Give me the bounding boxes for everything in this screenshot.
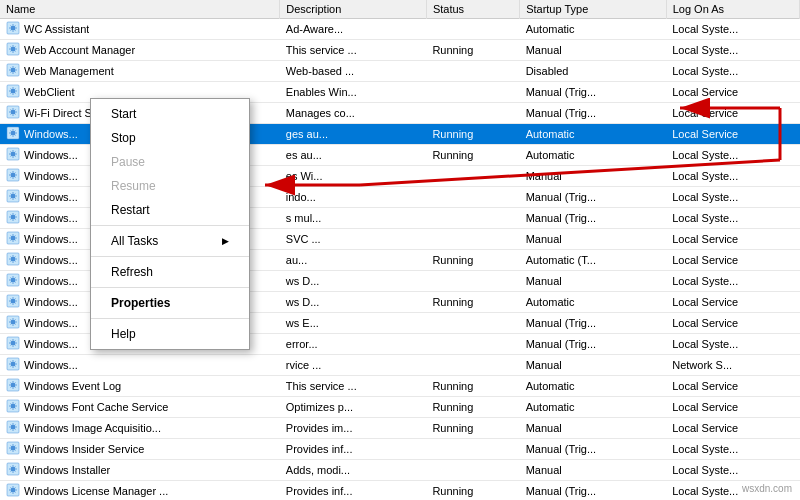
svg-point-29: [11, 320, 16, 325]
service-name: WC Assistant: [24, 23, 89, 35]
service-icon: [6, 483, 20, 499]
table-row[interactable]: Windows Font Cache ServiceOptimizes p...…: [0, 397, 800, 418]
service-icon: [6, 42, 20, 58]
service-name: Windows Installer: [24, 464, 110, 476]
svg-point-37: [11, 404, 16, 409]
table-row[interactable]: Windows Image Acquisitio...Provides im..…: [0, 418, 800, 439]
table-row[interactable]: Windows...rvice ...ManualNetwork S...: [0, 355, 800, 376]
service-name: Windows...: [24, 317, 78, 329]
service-icon: [6, 399, 20, 415]
col-header-status: Status: [426, 0, 519, 19]
service-name: Windows...: [24, 149, 78, 161]
svg-point-45: [11, 488, 16, 493]
table-row[interactable]: Web Account ManagerThis service ...Runni…: [0, 40, 800, 61]
service-name: Windows Event Log: [24, 380, 121, 392]
service-icon: [6, 231, 20, 247]
service-icon: [6, 84, 20, 100]
service-name: Windows Insider Service: [24, 443, 144, 455]
col-header-name: Name: [0, 0, 280, 19]
table-row[interactable]: Windows InstallerAdds, modi...ManualLoca…: [0, 460, 800, 481]
table-row[interactable]: Web ManagementWeb-based ...DisabledLocal…: [0, 61, 800, 82]
svg-point-25: [11, 278, 16, 283]
service-name: Windows Font Cache Service: [24, 401, 168, 413]
context-menu-item-refresh[interactable]: Refresh: [91, 260, 249, 284]
context-menu-item-restart[interactable]: Restart: [91, 198, 249, 222]
context-menu-separator: [91, 256, 249, 257]
service-icon: [6, 315, 20, 331]
service-icon: [6, 273, 20, 289]
table-row[interactable]: Windows Insider ServiceProvides inf...Ma…: [0, 439, 800, 460]
svg-point-21: [11, 236, 16, 241]
context-menu-item-stop[interactable]: Stop: [91, 126, 249, 150]
service-icon: [6, 168, 20, 184]
service-icon: [6, 357, 20, 373]
service-name: Windows...: [24, 233, 78, 245]
service-icon: [6, 252, 20, 268]
svg-point-7: [11, 89, 16, 94]
col-header-startup: Startup Type: [520, 0, 667, 19]
svg-point-39: [11, 425, 16, 430]
service-name: Windows...: [24, 170, 78, 182]
table-row[interactable]: WC AssistantAd-Aware...AutomaticLocal Sy…: [0, 19, 800, 40]
svg-point-19: [11, 215, 16, 220]
context-menu-separator: [91, 287, 249, 288]
context-menu-item-start[interactable]: Start: [91, 102, 249, 126]
svg-point-41: [11, 446, 16, 451]
svg-point-1: [11, 26, 16, 31]
svg-point-13: [11, 152, 16, 157]
service-name: Web Account Manager: [24, 44, 135, 56]
submenu-arrow-icon: ▶: [222, 236, 229, 246]
service-icon: [6, 21, 20, 37]
service-icon: [6, 462, 20, 478]
context-menu-item-properties[interactable]: Properties: [91, 291, 249, 315]
table-row[interactable]: Windows Event LogThis service ...Running…: [0, 376, 800, 397]
svg-point-15: [11, 173, 16, 178]
svg-point-5: [11, 68, 16, 73]
service-icon: [6, 105, 20, 121]
service-icon: [6, 441, 20, 457]
svg-point-23: [11, 257, 16, 262]
service-name: Windows...: [24, 212, 78, 224]
service-icon: [6, 210, 20, 226]
service-icon: [6, 378, 20, 394]
service-name: Windows...: [24, 296, 78, 308]
context-menu-item-all-tasks[interactable]: All Tasks▶: [91, 229, 249, 253]
context-menu-item-help[interactable]: Help: [91, 322, 249, 346]
service-name: Windows...: [24, 254, 78, 266]
svg-point-11: [11, 131, 16, 136]
service-name: Windows...: [24, 275, 78, 287]
svg-point-3: [11, 47, 16, 52]
context-menu: StartStopPauseResumeRestartAll Tasks▶Ref…: [90, 98, 250, 350]
service-icon: [6, 189, 20, 205]
service-name: Windows License Manager ...: [24, 485, 168, 497]
service-name: Windows...: [24, 359, 78, 371]
context-menu-separator: [91, 225, 249, 226]
svg-point-31: [11, 341, 16, 346]
context-menu-separator: [91, 318, 249, 319]
svg-point-27: [11, 299, 16, 304]
service-name: Windows Image Acquisitio...: [24, 422, 161, 434]
context-menu-item-pause: Pause: [91, 150, 249, 174]
svg-point-43: [11, 467, 16, 472]
service-icon: [6, 147, 20, 163]
context-menu-item-resume: Resume: [91, 174, 249, 198]
service-name: Windows...: [24, 128, 78, 140]
service-name: Windows...: [24, 338, 78, 350]
service-icon: [6, 420, 20, 436]
svg-point-35: [11, 383, 16, 388]
service-icon: [6, 336, 20, 352]
svg-point-9: [11, 110, 16, 115]
service-icon: [6, 294, 20, 310]
table-row[interactable]: Windows License Manager ...Provides inf.…: [0, 481, 800, 501]
service-icon: [6, 63, 20, 79]
service-icon: [6, 126, 20, 142]
svg-point-33: [11, 362, 16, 367]
col-header-desc: Description: [280, 0, 427, 19]
service-name: WebClient: [24, 86, 75, 98]
watermark: wsxdn.com: [739, 482, 795, 495]
service-name: Web Management: [24, 65, 114, 77]
svg-point-17: [11, 194, 16, 199]
service-name: Windows...: [24, 191, 78, 203]
col-header-logon: Log On As: [666, 0, 799, 19]
